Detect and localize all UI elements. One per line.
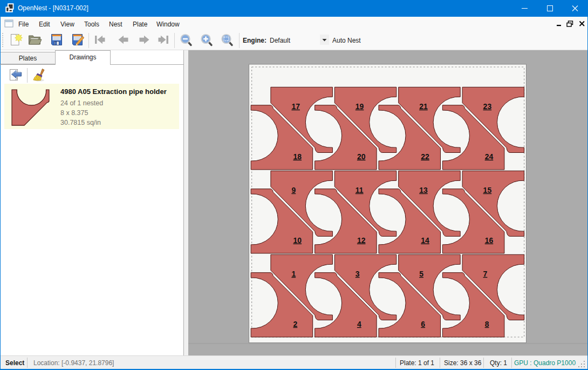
svg-text:18: 18 xyxy=(293,152,302,161)
svg-text:10: 10 xyxy=(293,236,302,245)
svg-text:19: 19 xyxy=(355,102,364,111)
svg-text:2: 2 xyxy=(293,320,298,328)
svg-text:11: 11 xyxy=(355,186,364,194)
svg-text:23: 23 xyxy=(483,102,492,111)
svg-text:5: 5 xyxy=(419,270,423,278)
svg-text:7: 7 xyxy=(483,270,488,278)
svg-text:21: 21 xyxy=(419,102,428,111)
svg-text:13: 13 xyxy=(419,186,428,194)
svg-text:17: 17 xyxy=(291,102,300,111)
svg-text:16: 16 xyxy=(485,236,494,245)
svg-text:14: 14 xyxy=(421,236,429,245)
svg-text:9: 9 xyxy=(291,186,296,194)
svg-text:20: 20 xyxy=(357,152,366,161)
svg-text:6: 6 xyxy=(421,320,425,328)
svg-text:1: 1 xyxy=(291,270,296,278)
svg-text:24: 24 xyxy=(485,152,494,161)
svg-text:3: 3 xyxy=(355,270,360,278)
svg-text:22: 22 xyxy=(421,152,429,161)
svg-text:4: 4 xyxy=(357,320,361,328)
svg-text:15: 15 xyxy=(483,186,492,194)
svg-text:8: 8 xyxy=(485,320,489,328)
svg-text:12: 12 xyxy=(357,236,366,245)
